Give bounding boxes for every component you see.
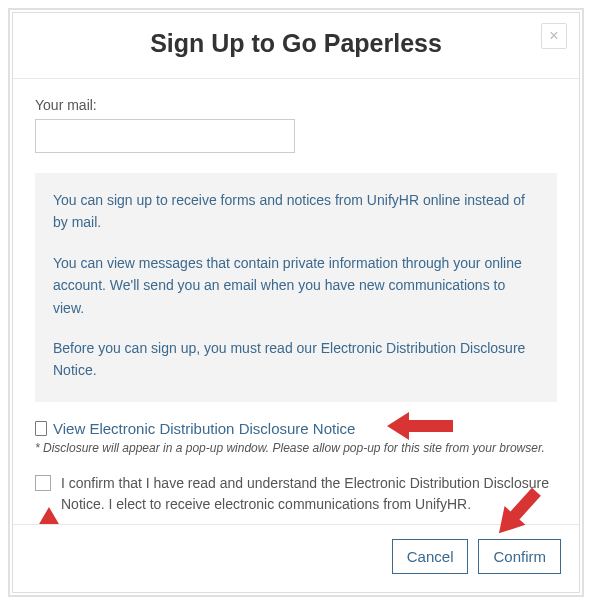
view-disclosure-link[interactable]: View Electronic Distribution Disclosure … <box>53 420 355 437</box>
modal-header: Sign Up to Go Paperless × <box>13 13 579 79</box>
info-text-2: You can view messages that contain priva… <box>53 252 539 319</box>
info-text-1: You can sign up to receive forms and not… <box>53 189 539 234</box>
confirm-row: I confirm that I have read and understan… <box>35 473 557 515</box>
info-panel: You can sign up to receive forms and not… <box>35 173 557 402</box>
svg-marker-0 <box>387 412 453 440</box>
screenshot-frame: Sign Up to Go Paperless × Your mail: You… <box>8 8 584 597</box>
modal-title: Sign Up to Go Paperless <box>33 29 559 58</box>
info-text-3: Before you can sign up, you must read ou… <box>53 337 539 382</box>
mail-label: Your mail: <box>35 97 557 113</box>
disclosure-link-row: View Electronic Distribution Disclosure … <box>35 420 557 437</box>
cancel-button[interactable]: Cancel <box>392 539 469 574</box>
disclosure-disclaimer: * Disclosure will appear in a pop-up win… <box>35 441 557 455</box>
svg-marker-1 <box>35 507 63 524</box>
document-icon <box>35 421 47 436</box>
confirm-checkbox[interactable] <box>35 475 51 491</box>
modal-footer: Cancel Confirm <box>13 524 579 592</box>
close-button[interactable]: × <box>541 23 567 49</box>
annotation-arrow-link <box>387 406 459 446</box>
confirm-button[interactable]: Confirm <box>478 539 561 574</box>
confirm-text: I confirm that I have read and understan… <box>61 473 557 515</box>
mail-input[interactable] <box>35 119 295 153</box>
paperless-modal: Sign Up to Go Paperless × Your mail: You… <box>12 12 580 593</box>
modal-body: Your mail: You can sign up to receive fo… <box>13 79 579 524</box>
